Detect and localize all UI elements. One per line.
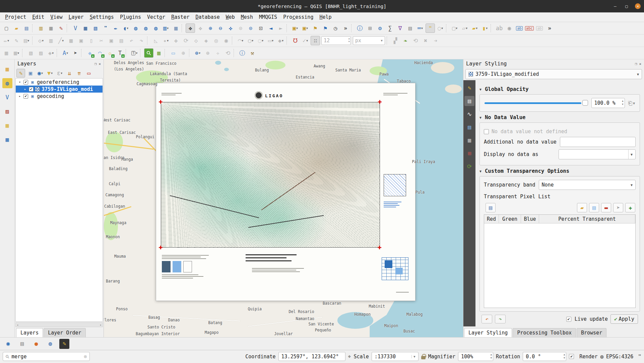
menu-help[interactable]: Help xyxy=(316,13,334,21)
snap-tolerance-input[interactable]: 12▲▼ xyxy=(321,36,351,45)
style-redo-button[interactable]: ↷ xyxy=(495,315,506,323)
undock-styling-panel-icon[interactable]: ❐ xyxy=(635,62,637,66)
zoom-in-icon[interactable]: ⊕ xyxy=(206,23,215,33)
new-marker-annotation-icon[interactable]: ✩+ xyxy=(105,48,115,58)
enable-tracing-icon[interactable]: ✓▼ xyxy=(301,36,310,45)
enable-snapping-icon[interactable]: ℧ xyxy=(291,36,300,45)
spinner-arrows-icon[interactable]: ▲▼ xyxy=(491,353,492,360)
menu-mesh[interactable]: Mesh xyxy=(238,13,256,21)
add-arcgis-layer-icon[interactable]: ▥▼ xyxy=(161,23,171,33)
pan-to-selection-icon[interactable]: ✥ xyxy=(196,23,205,33)
layer-row-3759-IVLigao_modi[interactable]: ▸✔3759-IVLigao_modi xyxy=(16,86,103,93)
whats-this-icon[interactable]: ⓘ xyxy=(238,48,247,58)
add-mesh-layer-icon[interactable]: ▧ xyxy=(91,23,100,33)
digitize-regular-polygon-icon[interactable]: ◆▼ xyxy=(276,36,285,45)
digitize-rectangle-icon[interactable]: ▭▼ xyxy=(266,36,275,45)
deselect-features-icon[interactable]: ▱▼ xyxy=(460,23,469,33)
add-wms-layer-icon[interactable]: ◍ xyxy=(131,23,140,33)
pyramids-tab-icon[interactable]: ▦ xyxy=(464,135,474,145)
zoom-to-selection-icon[interactable]: ⊙ xyxy=(236,23,245,33)
live-update-checkbox[interactable]: ✔ xyxy=(566,317,571,322)
add-point-cloud-layer-vertical-icon[interactable]: ▦ xyxy=(2,135,12,145)
select-annotation-icon[interactable]: ➤ xyxy=(71,48,80,58)
tab-browser[interactable]: Browser xyxy=(577,328,606,337)
rotate-feature-icon[interactable]: ⟳ xyxy=(181,36,191,45)
osm-place-search-icon[interactable]: ⚲ xyxy=(144,48,153,58)
zoom-out-icon[interactable]: ⊖ xyxy=(216,23,225,33)
menu-view[interactable]: View xyxy=(47,13,65,21)
highlight-pinned-labels-icon[interactable]: abc xyxy=(525,23,534,33)
no-data-not-defined-checkbox[interactable] xyxy=(484,129,489,134)
form-annotation-icon[interactable]: T▼ xyxy=(130,48,139,58)
attributes-tab-icon[interactable]: ▤ xyxy=(464,122,474,132)
layer-labeling-icon[interactable]: ab xyxy=(495,23,504,33)
copy-features-icon[interactable]: ▣ xyxy=(107,36,116,45)
layer-labeling-options-icon[interactable]: A▼ xyxy=(61,48,70,58)
add-values-from-display-icon[interactable]: ➤ xyxy=(613,203,623,212)
undo-icon[interactable]: ↶ xyxy=(127,36,136,45)
style-undo-button[interactable]: ↶ xyxy=(481,315,492,323)
data-defined-override-icon[interactable]: ⎗▾ xyxy=(628,100,636,106)
styling-layer-select[interactable]: 3759-IVLigao_modified ▼ xyxy=(465,69,642,79)
new-spatial-bookmark-icon[interactable]: ⚑ xyxy=(311,23,320,33)
topological-editing-icon[interactable]: ▞ xyxy=(391,36,400,45)
new-print-layout-icon[interactable]: ▥ xyxy=(36,23,46,33)
filter-legend-icon[interactable]: ▼▼ xyxy=(46,69,54,77)
add-spatialite-layer-icon[interactable]: ✒ xyxy=(111,23,120,33)
add-record-icon[interactable]: ▥ xyxy=(46,36,56,45)
menu-layer[interactable]: Layer xyxy=(65,13,86,21)
add-vector-layer-vertical-icon[interactable]: V xyxy=(2,92,12,102)
statistical-summary-icon[interactable]: ∑ xyxy=(385,23,395,33)
run-feature-action-icon[interactable]: ⊞ xyxy=(365,23,375,33)
close-button[interactable]: ✕ xyxy=(635,3,641,9)
collapse-all-icon[interactable]: ⇈ xyxy=(75,69,83,77)
simplify-feature-icon[interactable]: ◈ xyxy=(201,36,211,45)
no-data-section[interactable]: ▼ No Data Value xyxy=(479,114,640,120)
menu-database[interactable]: Database xyxy=(192,13,222,21)
menu-raster[interactable]: Raster xyxy=(168,13,192,21)
open-data-source-manager-icon[interactable]: ▦ xyxy=(2,64,12,74)
add-vector-layer-icon[interactable]: V xyxy=(71,23,80,33)
identify-features-icon[interactable]: ⓘ xyxy=(355,23,365,33)
opacity-slider[interactable] xyxy=(484,99,588,107)
menu-project[interactable]: Project xyxy=(2,13,29,21)
vertex-tool-icon[interactable]: ✦▼ xyxy=(161,36,171,45)
temporal-controller-icon[interactable]: ◷ xyxy=(331,23,340,33)
fill-ring-icon[interactable]: ◉ xyxy=(221,36,231,45)
layers-horizontal-scrollbar[interactable]: ◂ ▸ xyxy=(15,322,103,327)
mesh-calculator-icon[interactable]: ▨ xyxy=(36,48,46,58)
menu-edit[interactable]: Edit xyxy=(29,13,47,21)
coordinate-box[interactable]: 13.2597°, 123.6942° xyxy=(278,352,345,361)
gcp-move-point-icon[interactable]: ✧ xyxy=(213,48,222,58)
expander-icon[interactable]: ▾ xyxy=(18,80,22,84)
menu-plugins[interactable]: Plugins xyxy=(117,13,144,21)
tab-layer-order[interactable]: Layer Order xyxy=(44,328,85,337)
mesh-reindex-icon[interactable]: ▧ xyxy=(26,48,36,58)
map-tips-icon[interactable]: ❝ xyxy=(426,23,435,33)
save-pixel-list-icon[interactable]: ▤ xyxy=(486,203,496,212)
expand-all-icon[interactable]: ⇊ xyxy=(65,69,74,77)
open-layer-styling-panel-icon[interactable]: ✎ xyxy=(16,69,25,77)
menu-vector[interactable]: Vector xyxy=(144,13,168,21)
import-from-file-icon[interactable]: ▰ xyxy=(577,203,587,212)
digitize-ellipse-icon[interactable]: ◌▼ xyxy=(256,36,265,45)
display-no-data-combo[interactable]: ▼ xyxy=(559,149,636,159)
close-panel-icon[interactable]: ✕ xyxy=(99,62,101,66)
menu-settings[interactable]: Settings xyxy=(87,13,117,21)
column-header-percent-transparent[interactable]: Percent Transparent xyxy=(539,215,635,223)
select-features-icon[interactable]: ▢▼ xyxy=(450,23,459,33)
column-header-blue[interactable]: Blue xyxy=(521,215,539,223)
mesh-digitizing-icon[interactable]: ◈▼ xyxy=(46,48,56,58)
zoom-native-icon[interactable]: ⊡ xyxy=(256,23,265,33)
tab-processing-toolbox[interactable]: Processing Toolbox xyxy=(513,328,576,337)
import-from-table-icon[interactable]: ▤ xyxy=(589,203,599,212)
new-line-annotation-icon[interactable]: ◠+ xyxy=(95,48,105,58)
clear-search-icon[interactable]: ⊗ xyxy=(84,354,87,360)
history-tab-icon[interactable]: ⟳ xyxy=(464,161,474,171)
symbology-tab-icon[interactable]: ✎ xyxy=(464,83,474,93)
toolbar-overflow-icon[interactable]: » xyxy=(341,23,350,33)
column-header-red[interactable]: Red xyxy=(484,215,499,223)
opacity-spinbox[interactable]: 100.0 % ▲▼ xyxy=(591,98,625,108)
histogram-tab-icon[interactable]: ∿ xyxy=(464,109,474,119)
add-mesh-layer-vertical-icon[interactable]: ▦ xyxy=(2,120,12,131)
